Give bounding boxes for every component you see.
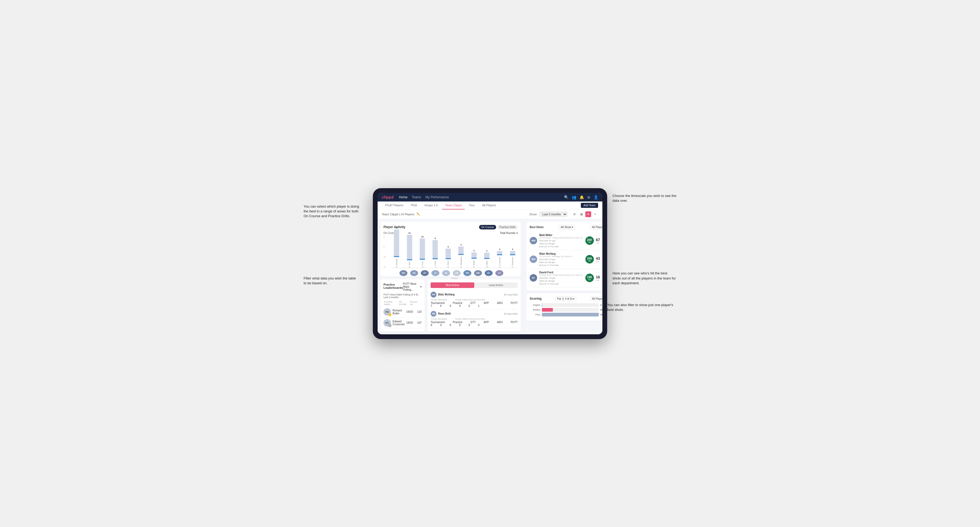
- shot-hole-matt: Hole 15: [575, 237, 583, 239]
- user-circle-icon[interactable]: 👤: [593, 195, 598, 199]
- shot-name-matt: Matt Miller: [539, 234, 583, 237]
- bar-label-3a: 3: [473, 249, 474, 252]
- toolbar: Team Clippd | 14 Players ✏️ Show: Last 3…: [378, 210, 602, 219]
- avatar-bmcharg: BM: [399, 270, 407, 276]
- annotation-bottom-left: Filter what data you wish the table to b…: [304, 276, 357, 286]
- tab-pga[interactable]: PGA: [408, 202, 420, 210]
- grid-small-view-icon[interactable]: ⊞: [571, 211, 578, 217]
- shot-metric-val-david: 16: [596, 275, 600, 279]
- lb-score-edward: 18/20: [406, 321, 413, 324]
- left-column: Player Activity On Course Practice Drill…: [378, 219, 523, 334]
- chart-bars: 13 B. McHarg 12 R. Britt: [391, 236, 518, 268]
- y-axis: 15 10 5 0: [383, 236, 386, 268]
- all-shots-label: All Shots: [561, 226, 571, 229]
- bell-icon[interactable]: 🔔: [579, 195, 584, 199]
- grid-view-icon[interactable]: ▦: [578, 211, 584, 217]
- lb-row-richard[interactable]: RB 1 Richard Butler 19/20 110: [383, 306, 422, 317]
- chart-filter[interactable]: Total Rounds ▾: [500, 232, 518, 235]
- tab-all-players[interactable]: All Players: [479, 202, 499, 210]
- shot-hole-david: Hole 15: [576, 274, 583, 276]
- add-circle-icon[interactable]: ⊕: [587, 195, 590, 199]
- heart-view-icon[interactable]: ♥: [585, 211, 591, 217]
- users-icon[interactable]: 👥: [572, 195, 576, 199]
- score-value-eagles: 3: [600, 304, 602, 306]
- shot-dist-matt: Shot Dist: 67 yds: [539, 240, 583, 242]
- active-stats-vals-blair: 7 6 0 0 0 1: [431, 305, 518, 307]
- active-stats-header-blair: Total Rounds Total Practice Activities: [431, 298, 518, 301]
- active-player-name-rees: RB Rees Britt 02 Sep 2023: [431, 311, 518, 317]
- active-stats-subheader-blair: Tournament Practice GTT APP ARG PUTT: [431, 302, 518, 305]
- shot-badge-david: 198 SQ: [585, 274, 594, 282]
- list-view-icon[interactable]: ≡: [592, 211, 598, 217]
- par-filter-dropdown[interactable]: Par 3, 4 & 5s ▾: [555, 297, 576, 301]
- most-active-tab[interactable]: Most Active: [431, 283, 474, 288]
- shot-row-david[interactable]: DF David Ford 24 Aug 2023 · Royal North …: [530, 269, 602, 287]
- shot-row-blair[interactable]: BM Blair McHarg 23 Jul 2023 · Ashridge G…: [530, 250, 602, 269]
- practice-drills-pill[interactable]: Practice Drills: [497, 225, 518, 229]
- score-bar-wrap-eagles: [542, 303, 599, 307]
- time-filter-select[interactable]: Last 3 months Last 6 months Last year: [539, 211, 567, 217]
- bar-label-2b: 2: [512, 248, 513, 251]
- shot-end-matt: End Lie: In The Hole: [539, 245, 583, 248]
- score-bar-wrap-birdies: [542, 308, 599, 312]
- scoring-title: Scoring: [530, 297, 542, 300]
- shot-date-matt: 09 Jun 2023: [539, 237, 551, 239]
- putt-label: PUTT: [511, 302, 518, 305]
- tab-pgat-players[interactable]: PGAT Players: [382, 202, 407, 210]
- shot-date-david: 24 Aug 2023: [539, 274, 551, 276]
- lb-name-richard: Richard Butler: [393, 309, 405, 315]
- active-avatar-blair: BM: [431, 292, 436, 298]
- least-active-tab[interactable]: Least Active: [474, 283, 518, 288]
- shot-start-david: Start Lie: Rough: [539, 280, 583, 282]
- bar-label-4: 4: [460, 243, 461, 246]
- practice-label-rees: Practice: [453, 321, 462, 324]
- shot-row-matt[interactable]: MM Matt Miller 09 Jun 2023 · Royal North…: [530, 232, 602, 250]
- bar-r-britt: 12 R. Britt: [404, 232, 414, 268]
- scoring-players-dropdown[interactable]: All Players ▾: [590, 297, 602, 301]
- shot-badge-num-david: 198: [587, 276, 592, 279]
- add-team-button[interactable]: Add Team: [581, 203, 598, 208]
- active-tabs: Most Active Least Active: [431, 283, 518, 288]
- nav-home[interactable]: Home: [399, 195, 407, 199]
- drill-filter[interactable]: PUTT Must Make Putting... ▾: [403, 283, 422, 291]
- bar-label-10: 10: [421, 236, 424, 238]
- tab-tour[interactable]: Tour: [466, 202, 478, 210]
- shot-badge-label-matt: SQ: [588, 241, 591, 243]
- search-icon[interactable]: 🔍: [564, 195, 568, 199]
- shot-metric-unit-david: yds: [596, 279, 600, 281]
- avatar-jcoles: JC: [431, 270, 439, 276]
- active-stats-subheader-rees: Tournament Practice GTT APP ARG PUTT: [431, 321, 518, 324]
- bar-2b: [510, 251, 515, 255]
- edit-icon[interactable]: ✏️: [417, 213, 420, 216]
- gtt-val-blair: 0: [450, 305, 451, 307]
- all-shots-dropdown[interactable]: All Shots ▾: [559, 225, 575, 229]
- lb-row-edward[interactable]: EC 2 Edward Crossman 18/20 107: [383, 317, 422, 329]
- bar-label-3b: 3: [486, 250, 487, 252]
- x-axis-label: Players: [391, 277, 518, 279]
- tab-team-clippd[interactable]: Team Clippd: [442, 202, 465, 210]
- all-players-dropdown[interactable]: All Players ▾: [590, 225, 602, 229]
- practice-activities-header-rees: Total Practice Activities: [455, 318, 485, 320]
- avatar-rbritt: RB: [410, 270, 418, 276]
- bar-name-ecrossman: E. Crossman: [499, 257, 501, 268]
- tab-hcaps[interactable]: Hcaps 1-5: [421, 202, 441, 210]
- lb-avatar-edward: EC 2: [383, 319, 391, 327]
- shot-end-david: End Lie: In The Hole: [539, 283, 583, 285]
- bar-3a: [471, 252, 477, 259]
- bar-name-lrobertson: L. Robertson: [512, 257, 514, 268]
- bar-g-billingham: 4 G. Billingham: [456, 243, 466, 268]
- app-label: APP: [484, 302, 489, 305]
- shot-info-blair: Blair McHarg 23 Jul 2023 · Ashridge GC H…: [539, 252, 583, 267]
- nav-my-performance[interactable]: My Performance: [426, 195, 449, 199]
- avatar-rbutler: RB: [463, 270, 471, 276]
- score-label-pars: Pars: [530, 313, 540, 316]
- scoring-card: Scoring Par 3, 4 & 5s ▾ All Players ▾: [527, 293, 602, 321]
- practice-val-blair: 6: [440, 305, 442, 307]
- active-name-rees: Rees Britt: [438, 312, 450, 315]
- bar-d-ford: 10 D. Ford: [417, 236, 428, 268]
- view-icons: ⊞ ▦ ♥ ≡: [571, 211, 598, 217]
- putt-val-rees: 0: [478, 324, 480, 327]
- bar-label-2a: 2: [499, 248, 500, 251]
- on-course-pill[interactable]: On Course: [479, 225, 496, 229]
- nav-teams[interactable]: Teams: [412, 195, 421, 199]
